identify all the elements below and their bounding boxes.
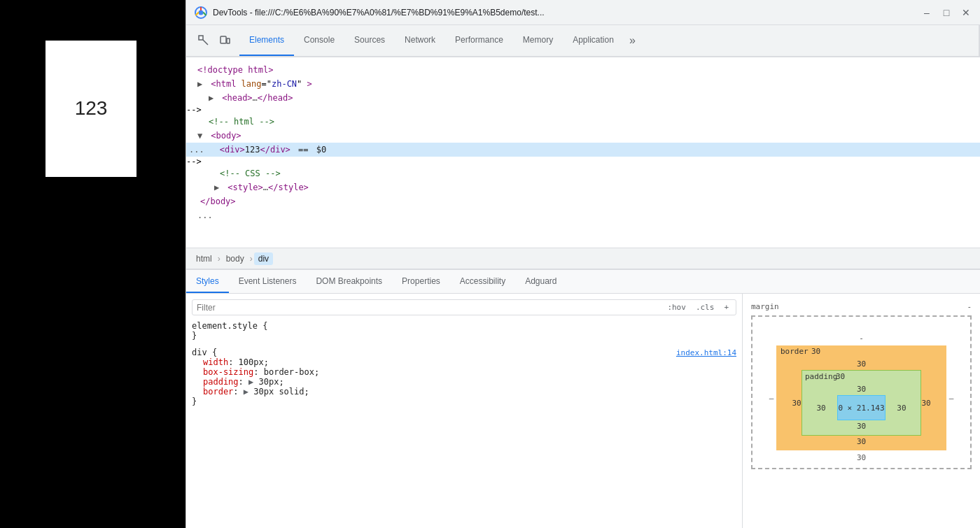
tab-icons (189, 25, 239, 56)
preview-white-box: 123 (46, 41, 136, 177)
bm-margin-layer: - – border 30 30 (751, 315, 972, 469)
sub-tab-dom-breakpoints[interactable]: DOM Breakpoints (306, 270, 392, 293)
bm-border-layer: border 30 30 30 (776, 345, 946, 450)
close-button[interactable]: ✕ (960, 7, 972, 18)
expand-style[interactable]: ▶ (214, 181, 223, 194)
breadcrumb-body[interactable]: body (222, 252, 248, 265)
sub-tabs: Styles Event Listeners DOM Breakpoints P… (186, 270, 980, 294)
css-rule-div: div { index.html:14 width: 100px; box-si… (192, 348, 736, 406)
bm-margin-row: – border 30 30 (766, 345, 956, 450)
svg-rect-5 (199, 36, 203, 40)
css-prop-box-sizing: box-sizing: border-box; (203, 367, 736, 377)
hov-button[interactable]: :hov (664, 302, 689, 313)
dom-line: ... (186, 208, 980, 222)
add-style-button[interactable]: + (721, 302, 732, 313)
tab-performance[interactable]: Performance (445, 25, 513, 56)
browser-preview: 123 (0, 0, 186, 528)
bm-content: 0 × 21.143 (837, 395, 885, 420)
dom-line: ▶ <style>…</style> (186, 180, 980, 194)
css-prop-border: border: ▶ 30px solid; (203, 387, 736, 397)
sub-tab-adguard[interactable]: Adguard (515, 270, 566, 293)
svg-point-1 (199, 10, 204, 15)
cls-button[interactable]: .cls (693, 302, 718, 313)
css-source-link[interactable]: index.html:14 (676, 348, 736, 357)
css-prop-width: width: 100px; (203, 357, 736, 367)
dom-line: ▼ <body> (186, 129, 980, 143)
sub-tab-styles[interactable]: Styles (186, 270, 229, 293)
devtools-panel: DevTools - file:///C:/%E6%BA%90%E7%A0%81… (186, 0, 980, 528)
dom-line: <!doctype html> (186, 63, 980, 77)
bm-border-row: 30 padding 30 30 (792, 370, 931, 436)
expand-html[interactable]: ▶ (197, 78, 206, 90)
css-prop-padding: padding: ▶ 30px; (203, 377, 736, 387)
tab-elements[interactable]: Elements (239, 25, 294, 56)
tab-network[interactable]: Network (395, 25, 445, 56)
collapse-body[interactable]: ▼ (197, 129, 206, 142)
styles-area: :hov .cls + element.style { } (186, 294, 980, 528)
tab-console[interactable]: Console (294, 25, 344, 56)
bm-border-layer-inner: border 30 30 30 (776, 345, 946, 450)
chrome-icon (195, 6, 207, 19)
tab-application[interactable]: Application (563, 25, 624, 56)
filter-bar: :hov .cls + (192, 299, 736, 315)
titlebar-text: DevTools - file:///C:/%E6%BA%90%E7%A0%81… (213, 8, 916, 17)
svg-rect-7 (220, 36, 226, 43)
titlebar-controls: – □ ✕ (921, 7, 972, 18)
breadcrumb-div[interactable]: div (254, 252, 273, 265)
dom-panel[interactable]: <!doctype html> ▶ <html lang="zh-CN" > ▶… (186, 57, 980, 248)
dom-line: ▶ <html lang="zh-CN" > (186, 77, 980, 91)
devtools-titlebar: DevTools - file:///C:/%E6%BA%90%E7%A0%81… (186, 0, 980, 25)
breadcrumb-html[interactable]: html (192, 252, 216, 265)
dom-line: <!-- CSS --> (186, 166, 980, 180)
expand-head[interactable]: ▶ (209, 92, 217, 104)
svg-line-6 (203, 40, 208, 45)
svg-rect-8 (227, 38, 230, 43)
preview-content: 123 (14, 14, 168, 203)
inspect-element-button[interactable] (195, 31, 213, 50)
breadcrumb-bar: html › body › div (186, 248, 980, 269)
tab-memory[interactable]: Memory (513, 25, 563, 56)
box-model-diagram: - – border 30 30 (751, 315, 972, 469)
dom-line: </body> (186, 194, 980, 208)
sub-tab-event-listeners[interactable]: Event Listeners (229, 270, 307, 293)
box-model-dash: - (967, 302, 972, 311)
devtools-main: <!doctype html> ▶ <html lang="zh-CN" > ▶… (186, 57, 980, 528)
device-toggle-button[interactable] (216, 31, 234, 50)
dom-line: ▶ <head>…</head> (186, 91, 980, 105)
bottom-panel: Styles Event Listeners DOM Breakpoints P… (186, 269, 980, 528)
css-rule-element-style: element.style { } (192, 321, 736, 341)
box-model-panel: margin - - – (742, 294, 980, 528)
bm-padding-layer-inner: padding 30 30 30 (802, 370, 921, 436)
box-model-title: margin (751, 302, 779, 311)
sub-tab-accessibility[interactable]: Accessibility (450, 270, 515, 293)
minimize-button[interactable]: – (921, 7, 932, 18)
preview-number: 123 (75, 97, 108, 120)
filter-input[interactable] (197, 303, 660, 313)
more-tabs-button[interactable]: » (624, 25, 641, 56)
dom-line-selected[interactable]: ... <div>123</div> == $0 (186, 143, 980, 157)
dom-line: <!-- html --> (186, 115, 980, 129)
restore-button[interactable]: □ (941, 7, 952, 18)
bm-padding-row: 30 0 × 21.143 30 (816, 395, 906, 420)
bm-padding-layer: padding 30 30 30 (802, 370, 921, 436)
tab-sources[interactable]: Sources (344, 25, 395, 56)
devtools-tab-bar: Elements Console Sources Network Perform… (186, 25, 980, 57)
css-rules-panel[interactable]: :hov .cls + element.style { } (186, 294, 742, 528)
sub-tab-properties[interactable]: Properties (392, 270, 450, 293)
